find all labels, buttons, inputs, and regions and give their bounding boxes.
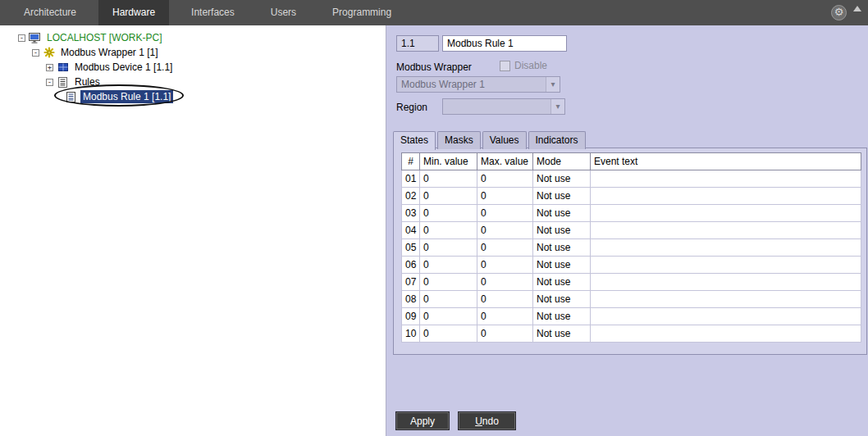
collapse-toggle-icon[interactable]: - bbox=[32, 49, 39, 57]
max-value-cell[interactable]: 0 bbox=[477, 325, 533, 343]
event-text-cell[interactable] bbox=[591, 291, 861, 308]
nav-tab-interfaces[interactable]: Interfaces bbox=[177, 0, 249, 25]
column-header: Event text bbox=[591, 153, 861, 170]
mode-cell[interactable]: Not use bbox=[533, 291, 591, 308]
rule-id-field[interactable] bbox=[396, 35, 439, 52]
table-row[interactable]: 1000Not use bbox=[402, 325, 861, 343]
collapse-toggle-icon[interactable]: - bbox=[46, 79, 53, 86]
mode-cell[interactable]: Not use bbox=[533, 257, 591, 274]
chevron-down-icon: ▾ bbox=[546, 77, 560, 92]
row-number: 01 bbox=[402, 170, 420, 188]
min-value-cell[interactable]: 0 bbox=[420, 222, 477, 239]
expand-toggle-icon[interactable]: + bbox=[46, 64, 53, 71]
tree-item-label[interactable]: Rules bbox=[72, 75, 103, 89]
mode-cell[interactable]: Not use bbox=[533, 170, 591, 188]
table-row[interactable]: 0700Not use bbox=[402, 274, 861, 291]
table-row[interactable]: 0300Not use bbox=[402, 205, 861, 222]
min-value-cell[interactable]: 0 bbox=[420, 239, 477, 257]
disable-label: Disable bbox=[514, 60, 547, 71]
row-number: 04 bbox=[402, 222, 420, 239]
table-row[interactable]: 0200Not use bbox=[402, 188, 861, 205]
table-row[interactable]: 0400Not use bbox=[402, 222, 861, 239]
min-value-cell[interactable]: 0 bbox=[420, 257, 477, 274]
max-value-cell[interactable]: 0 bbox=[477, 291, 533, 308]
max-value-cell[interactable]: 0 bbox=[477, 188, 533, 205]
table-row[interactable]: 0800Not use bbox=[402, 291, 861, 308]
undo-button[interactable]: Undo bbox=[459, 412, 515, 429]
tab-states[interactable]: States bbox=[393, 131, 436, 150]
table-row[interactable]: 0600Not use bbox=[402, 257, 861, 274]
disable-checkbox[interactable] bbox=[500, 61, 510, 71]
nav-tab-programming[interactable]: Programming bbox=[318, 0, 405, 25]
wrapper-icon bbox=[43, 47, 55, 58]
tree-item[interactable]: Modbus Rule 1 [1.1] bbox=[0, 89, 386, 104]
tab-indicators[interactable]: Indicators bbox=[528, 131, 586, 149]
event-text-cell[interactable] bbox=[591, 308, 861, 325]
rule-name-field[interactable] bbox=[442, 35, 567, 52]
mode-cell[interactable]: Not use bbox=[533, 188, 591, 205]
max-value-cell[interactable]: 0 bbox=[477, 205, 533, 222]
mode-cell[interactable]: Not use bbox=[533, 222, 591, 239]
hardware-tree: -LOCALHOST [WORK-PC]-Modbus Wrapper 1 [1… bbox=[0, 30, 386, 104]
min-value-cell[interactable]: 0 bbox=[420, 188, 477, 205]
event-text-cell[interactable] bbox=[591, 205, 861, 222]
mode-cell[interactable]: Not use bbox=[533, 325, 591, 343]
collapse-panel-arrow-icon[interactable] bbox=[853, 6, 861, 11]
action-buttons: Apply Undo bbox=[396, 412, 515, 429]
table-header-row: #Min. valueMax. valueModeEvent text bbox=[402, 153, 861, 170]
max-value-cell[interactable]: 0 bbox=[477, 257, 533, 274]
event-text-cell[interactable] bbox=[591, 325, 861, 343]
row-number: 10 bbox=[402, 325, 420, 343]
tree-item-label[interactable]: LOCALHOST [WORK-PC] bbox=[44, 31, 164, 44]
max-value-cell[interactable]: 0 bbox=[477, 308, 533, 325]
max-value-cell[interactable]: 0 bbox=[477, 170, 533, 188]
tree-item[interactable]: -Modbus Wrapper 1 [1] bbox=[0, 45, 386, 60]
device-icon bbox=[57, 61, 69, 73]
nav-tab-architecture[interactable]: Architecture bbox=[10, 0, 90, 25]
event-text-cell[interactable] bbox=[591, 188, 861, 205]
mode-cell[interactable]: Not use bbox=[533, 274, 591, 291]
table-row[interactable]: 0100Not use bbox=[402, 170, 861, 188]
min-value-cell[interactable]: 0 bbox=[420, 205, 477, 222]
tree-item[interactable]: +Modbus Device 1 [1.1] bbox=[0, 60, 386, 75]
mode-cell[interactable]: Not use bbox=[533, 308, 591, 325]
settings-gear-button[interactable]: ⚙ bbox=[831, 5, 847, 20]
column-header: # bbox=[402, 153, 420, 170]
region-dropdown[interactable]: ▾ bbox=[442, 98, 565, 115]
mode-cell[interactable]: Not use bbox=[533, 239, 591, 257]
min-value-cell[interactable]: 0 bbox=[420, 325, 477, 343]
min-value-cell[interactable]: 0 bbox=[420, 170, 477, 188]
main-area: -LOCALHOST [WORK-PC]-Modbus Wrapper 1 [1… bbox=[0, 25, 868, 436]
nav-tab-hardware[interactable]: Hardware bbox=[98, 0, 169, 25]
computer-icon bbox=[29, 32, 41, 43]
row-number: 03 bbox=[402, 205, 420, 222]
mode-cell[interactable]: Not use bbox=[533, 205, 591, 222]
tree-item-label[interactable]: Modbus Rule 1 [1.1] bbox=[80, 90, 173, 103]
row-number: 05 bbox=[402, 239, 420, 257]
max-value-cell[interactable]: 0 bbox=[477, 239, 533, 257]
event-text-cell[interactable] bbox=[591, 222, 861, 239]
min-value-cell[interactable]: 0 bbox=[420, 291, 477, 308]
collapse-toggle-icon[interactable]: - bbox=[18, 34, 25, 42]
max-value-cell[interactable]: 0 bbox=[477, 222, 533, 239]
tree-item-label[interactable]: Modbus Wrapper 1 [1] bbox=[58, 46, 161, 59]
nav-tab-users[interactable]: Users bbox=[257, 0, 310, 25]
row-number: 07 bbox=[402, 274, 420, 291]
tree-item[interactable]: -LOCALHOST [WORK-PC] bbox=[0, 30, 386, 45]
event-text-cell[interactable] bbox=[591, 257, 861, 274]
tree-item[interactable]: -Rules bbox=[0, 75, 386, 89]
table-row[interactable]: 0900Not use bbox=[402, 308, 861, 325]
parent-wrapper-dropdown[interactable]: Modbus Wrapper 1 ▾ bbox=[396, 76, 560, 93]
min-value-cell[interactable]: 0 bbox=[420, 308, 477, 325]
table-row[interactable]: 0500Not use bbox=[402, 239, 861, 257]
min-value-cell[interactable]: 0 bbox=[420, 274, 477, 291]
event-text-cell[interactable] bbox=[591, 274, 861, 291]
rule-icon bbox=[65, 91, 77, 102]
max-value-cell[interactable]: 0 bbox=[477, 274, 533, 291]
event-text-cell[interactable] bbox=[591, 170, 861, 188]
event-text-cell[interactable] bbox=[591, 239, 861, 257]
tree-item-label[interactable]: Modbus Device 1 [1.1] bbox=[72, 61, 175, 74]
tab-masks[interactable]: Masks bbox=[437, 131, 481, 149]
tab-values[interactable]: Values bbox=[482, 131, 527, 149]
apply-button[interactable]: Apply bbox=[396, 412, 449, 429]
